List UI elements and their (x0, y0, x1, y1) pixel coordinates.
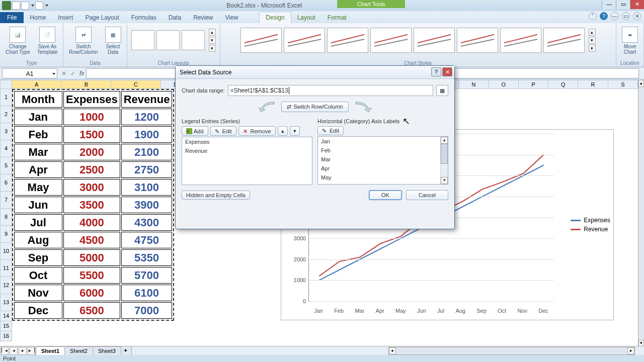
row-header[interactable]: 15 (0, 321, 12, 331)
dialog-title-bar[interactable]: Select Data Source ? ✕ (176, 66, 454, 79)
enter-formula-icon[interactable]: ✓ (70, 70, 75, 77)
cell-month[interactable]: Jul (14, 214, 62, 231)
redo-icon[interactable] (35, 2, 43, 10)
cancel-formula-icon[interactable]: ✕ (61, 70, 66, 77)
sheet-nav-first-icon[interactable]: ▏◂ (1, 347, 9, 355)
tab-layout[interactable]: Layout (291, 12, 321, 23)
scroll-up-icon[interactable]: ▴ (638, 80, 644, 87)
cell-revenue[interactable]: 5350 (121, 249, 173, 266)
cell-expenses[interactable]: 1500 (63, 126, 120, 143)
row-header[interactable]: 1 (0, 89, 12, 106)
cell-revenue[interactable]: 2100 (121, 144, 173, 160)
listbox-scrollbar[interactable]: ▴▾ (440, 137, 448, 184)
cell-expenses[interactable]: 3000 (63, 179, 120, 196)
chart-style-thumb[interactable] (543, 28, 585, 53)
switch-row-column-button[interactable]: ⇄Switch Row/Column (67, 25, 99, 56)
row-header[interactable]: 8 (0, 209, 12, 226)
move-chart-button[interactable]: ⬌Move Chart (620, 25, 639, 56)
cell-expenses[interactable]: 5000 (63, 249, 120, 266)
vertical-scrollbar[interactable]: ▴ ▾ (638, 80, 644, 347)
hidden-empty-cells-button[interactable]: Hidden and Empty Cells (182, 191, 250, 200)
cell-month[interactable]: May (14, 179, 62, 196)
doc-close-icon[interactable]: ✕ (633, 12, 641, 20)
insert-sheet-icon[interactable]: ✦ (121, 346, 132, 355)
doc-minimize-icon[interactable]: — (611, 12, 619, 20)
cell-month[interactable]: Jan (14, 109, 62, 125)
row-header[interactable]: 2 (0, 106, 12, 123)
tab-design[interactable]: Design (259, 12, 291, 23)
chart-style-thumb[interactable] (457, 28, 498, 53)
move-down-button[interactable]: ▾ (290, 126, 300, 136)
tab-data[interactable]: Data (163, 12, 187, 23)
chart-data-range-input[interactable]: =Sheet1!$A$1:$C$13 (228, 85, 433, 96)
cell-expenses[interactable]: 6500 (63, 302, 120, 319)
chart-legend[interactable]: Expenses Revenue (571, 215, 610, 235)
select-data-button[interactable]: ▦Select Data (104, 25, 123, 56)
cell-month[interactable]: Feb (14, 126, 62, 143)
chart-style-thumb[interactable] (500, 28, 541, 53)
list-item[interactable]: Feb (318, 146, 448, 155)
cell-month[interactable]: Oct (14, 267, 62, 284)
tab-page-layout[interactable]: Page Layout (79, 12, 125, 23)
cell-month[interactable]: Aug (14, 232, 62, 248)
cell-month[interactable]: Dec (14, 302, 62, 319)
cell-revenue[interactable]: 4750 (121, 232, 173, 248)
minimize-button[interactable]: — (602, 0, 616, 9)
fx-icon[interactable]: fx (79, 70, 84, 77)
list-item[interactable]: Mar (318, 155, 448, 164)
list-item[interactable]: May (318, 173, 448, 182)
row-header[interactable]: 6 (0, 174, 12, 192)
sheet-tab[interactable]: Sheet2 (64, 346, 93, 355)
cell-expenses[interactable]: 2000 (63, 144, 120, 160)
scroll-right-icon[interactable]: ▸ (627, 347, 634, 354)
category-listbox[interactable]: JanFebMarAprMay ▴▾ (317, 136, 448, 185)
list-item[interactable]: Apr (318, 164, 448, 173)
chart-style-thumb[interactable] (327, 28, 368, 53)
column-header[interactable]: S (608, 80, 638, 89)
add-series-button[interactable]: +Add (182, 126, 208, 136)
cell-month[interactable]: Nov (14, 285, 62, 301)
edit-series-button[interactable]: ✎Edit (210, 126, 236, 136)
cell-month[interactable]: Mar (14, 144, 62, 160)
cell-revenue[interactable]: 3900 (121, 197, 173, 213)
row-header[interactable]: 7 (0, 192, 12, 209)
cell-expenses[interactable]: 1000 (63, 109, 120, 125)
cell-revenue[interactable]: 5700 (121, 267, 173, 284)
row-header[interactable]: 4 (0, 140, 12, 157)
tab-insert[interactable]: Insert (52, 12, 79, 23)
maximize-button[interactable]: ▭ (616, 0, 630, 9)
sheet-nav-last-icon[interactable]: ▸▕ (28, 347, 36, 355)
save-icon[interactable] (12, 2, 20, 10)
sheet-nav-prev-icon[interactable]: ◂ (10, 347, 18, 355)
remove-series-button[interactable]: ✕Remove (238, 126, 276, 136)
scroll-left-icon[interactable]: ◂ (389, 347, 396, 354)
row-header[interactable]: 13 (0, 294, 12, 311)
column-header[interactable]: Q (548, 80, 578, 89)
cell-revenue[interactable]: 1900 (121, 126, 173, 143)
tab-review[interactable]: Review (187, 12, 219, 23)
doc-restore-icon[interactable]: ▭ (622, 12, 630, 20)
cell-expenses[interactable]: 4000 (63, 214, 120, 231)
name-box[interactable]: A1 (2, 68, 57, 78)
row-header[interactable]: 10 (0, 243, 12, 260)
cell-revenue[interactable]: 4300 (121, 214, 173, 231)
dialog-help-icon[interactable]: ? (431, 67, 441, 76)
select-all-corner[interactable] (0, 80, 12, 89)
sheet-nav-next-icon[interactable]: ▸ (19, 347, 27, 355)
series-listbox[interactable]: ExpensesRevenue (182, 137, 312, 185)
column-header[interactable]: R (578, 80, 608, 89)
ok-button[interactable]: OK (369, 190, 402, 200)
save-as-template-button[interactable]: 📄Save As Template (36, 25, 59, 56)
list-item[interactable]: Jan (318, 137, 448, 146)
list-item[interactable]: Expenses (182, 137, 312, 146)
chart-layout-thumb[interactable] (156, 30, 180, 50)
column-header[interactable]: A (12, 80, 62, 89)
row-header[interactable]: 3 (0, 123, 12, 140)
style-gallery-nav[interactable]: ▴▾▾ (589, 29, 596, 52)
column-header[interactable]: P (519, 80, 548, 89)
tab-file[interactable]: File (0, 12, 24, 23)
chart-style-thumb[interactable] (240, 28, 282, 53)
cell-month[interactable]: Apr (14, 161, 62, 178)
row-header[interactable]: 14 (0, 311, 12, 321)
row-header[interactable]: 5 (0, 157, 12, 174)
